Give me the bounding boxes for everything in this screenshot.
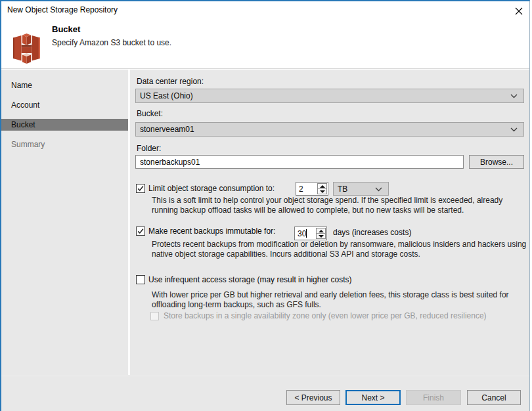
spinner-buttons [317, 183, 327, 194]
data-center-region-select[interactable]: US East (Ohio) [135, 89, 524, 103]
previous-button-label: < Previous [294, 393, 332, 402]
step-title: Bucket [52, 24, 80, 34]
infrequent-access-checkbox[interactable] [136, 275, 145, 284]
description-line: native object storage capabilities. Incu… [152, 249, 526, 259]
immutable-suffix: days (increases costs) [333, 228, 411, 237]
limit-value-spinner[interactable]: 2 [296, 182, 328, 196]
description-line: running backup offload tasks will be all… [152, 206, 502, 215]
folder-input[interactable]: stonerbackups01 [135, 155, 464, 169]
description-line: This is a soft limit to help control you… [152, 196, 502, 206]
bucket-value: stonerveeam01 [140, 125, 194, 134]
cancel-button[interactable]: Cancel [467, 390, 521, 405]
single-zone-label: Store backups in a single availability z… [164, 311, 487, 320]
limit-consumption-checkbox[interactable] [136, 184, 145, 193]
finish-button-label: Finish [423, 393, 444, 402]
arrow-down-icon [319, 235, 324, 238]
immutable-days-value: 30 [295, 227, 316, 240]
close-icon [515, 7, 523, 15]
infrequent-access-label: Use infrequent access storage (may resul… [148, 275, 351, 284]
data-center-region-value: US East (Ohio) [140, 91, 193, 100]
text-caret [306, 229, 307, 238]
footer-separator-highlight [1, 376, 529, 376]
bucket-label: Bucket: [137, 109, 163, 118]
infrequent-access-description: With lower price per GB but higher retri… [152, 290, 509, 311]
single-zone-row: Store backups in a single availability z… [150, 311, 487, 321]
chevron-down-icon [375, 187, 382, 192]
checkmark-icon [137, 227, 144, 235]
folder-label: Folder: [137, 144, 161, 153]
limit-unit-value: TB [338, 184, 347, 194]
new-object-storage-repository-dialog: New Object Storage Repository Bucket Spe… [0, 0, 530, 411]
sidebar-item-bucket[interactable]: Bucket [1, 119, 128, 131]
sidebar-item-name[interactable]: Name [1, 79, 128, 91]
sidebar-item-account[interactable]: Account [1, 99, 128, 111]
window-title: New Object Storage Repository [7, 5, 118, 14]
arrow-down-icon [320, 190, 325, 193]
spinner-up-button[interactable] [318, 184, 326, 189]
immutable-row: Make recent backups immutable for: [136, 225, 275, 237]
next-button-label: Next > [361, 393, 384, 402]
arrow-up-icon [319, 230, 324, 232]
previous-button[interactable]: < Previous [286, 390, 340, 405]
s3-bucket-icon [13, 31, 40, 64]
immutable-description: Protects recent backups from modificatio… [152, 240, 526, 260]
close-button[interactable] [508, 3, 529, 20]
limit-unit-select[interactable]: TB [333, 182, 389, 196]
immutable-label: Make recent backups immutable for: [148, 227, 275, 236]
limit-consumption-row: Limit object storage consumption to: [136, 183, 275, 194]
cancel-button-label: Cancel [481, 393, 506, 402]
step-subtitle: Specify Amazon S3 bucket to use. [52, 38, 171, 47]
description-line: With lower price per GB but higher retri… [152, 290, 509, 300]
browse-button-label: Browse... [480, 158, 513, 167]
immutable-days-spinner[interactable]: 30 [294, 227, 327, 240]
single-zone-checkbox[interactable] [150, 312, 159, 320]
infrequent-access-row: Use infrequent access storage (may resul… [136, 274, 351, 286]
browse-button[interactable]: Browse... [469, 155, 524, 169]
limit-consumption-label: Limit object storage consumption to: [148, 184, 275, 193]
chevron-down-icon [510, 127, 518, 132]
limit-value: 2 [296, 183, 317, 195]
spinner-up-button[interactable] [317, 228, 325, 234]
folder-value: stonerbackups01 [140, 158, 200, 167]
description-line: offloading long-term backups, such as GF… [152, 300, 509, 310]
next-button[interactable]: Next > [345, 390, 401, 405]
arrow-up-icon [320, 185, 325, 188]
description-line: Protects recent backups from modificatio… [152, 240, 526, 249]
bucket-select[interactable]: stonerveeam01 [135, 122, 524, 137]
data-center-region-label: Data center region: [137, 77, 204, 86]
spinner-down-button[interactable] [317, 234, 325, 238]
chevron-down-icon [510, 94, 518, 98]
sidebar-divider [128, 70, 130, 376]
spinner-down-button[interactable] [318, 189, 326, 194]
finish-button[interactable]: Finish [406, 390, 461, 405]
limit-description: This is a soft limit to help control you… [152, 196, 502, 216]
sidebar-item-summary[interactable]: Summary [1, 139, 128, 150]
title-bar: New Object Storage Repository [1, 1, 529, 20]
checkmark-icon [137, 184, 144, 192]
immutable-checkbox[interactable] [136, 227, 145, 236]
spinner-buttons [316, 228, 326, 239]
